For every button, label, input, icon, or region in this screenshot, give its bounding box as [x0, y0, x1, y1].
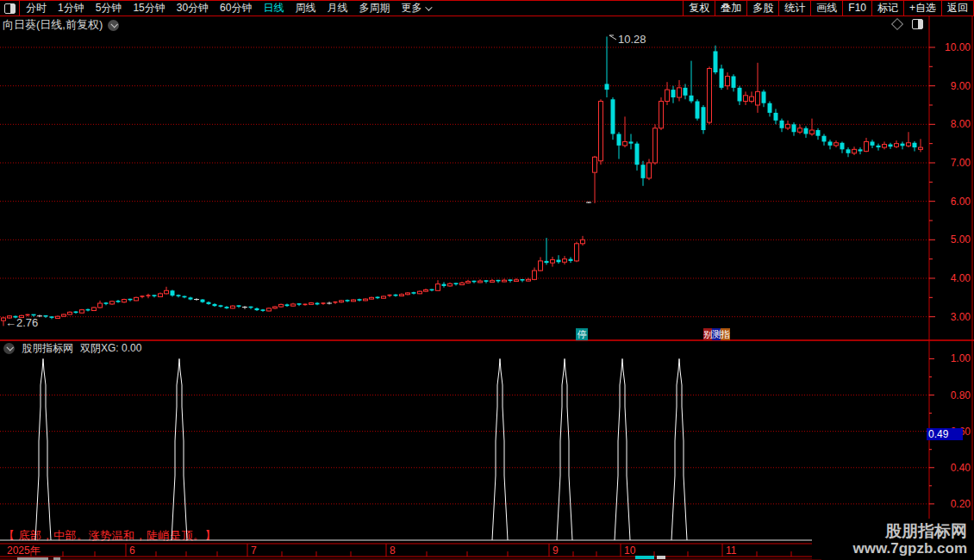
watermark-site-url: www.7gpzb.com: [815, 540, 967, 557]
price-axis-label: 9.00: [933, 79, 971, 93]
menu-item-分时[interactable]: 分时: [26, 1, 47, 16]
indicator-name-value: 双阴XG: 0.00: [80, 341, 141, 356]
top-toolbar: 分时1分钟5分钟15分钟30分钟60分钟日线周线月线多周期更多 复权叠加多股统计…: [0, 0, 974, 16]
month-label: 7: [251, 544, 257, 557]
menu-item-月线[interactable]: 月线: [327, 1, 347, 16]
menu-item-15分钟[interactable]: 15分钟: [133, 1, 165, 16]
title-dropdown-button[interactable]: [108, 20, 119, 31]
price-axis-label: 7.00: [933, 156, 971, 170]
watermark-site-name: 股朋指标网: [815, 522, 967, 540]
month-label: 11: [726, 544, 736, 557]
month-label: 6: [129, 544, 135, 557]
signal-spike: [557, 358, 572, 540]
title-bar: 向日葵(日线,前复权): [3, 18, 119, 32]
indicator-value: 0.00: [122, 342, 141, 354]
diamond-icon[interactable]: [891, 18, 903, 30]
page-title: 向日葵(日线,前复权): [3, 17, 103, 33]
indicator-axis-label: 0.40: [933, 461, 971, 475]
tools-menu: 复权叠加多股统计画线F10标记+自选返回: [683, 1, 974, 16]
chevron-down-icon: [6, 344, 13, 351]
month-label: 8: [390, 544, 396, 557]
split-square-icon: [4, 3, 16, 14]
price-axis-label: 10.00: [933, 40, 971, 54]
signal-spike: [172, 358, 187, 540]
indicator-source-label: 股朋指标网: [22, 341, 73, 356]
menu-item-日线[interactable]: 日线: [263, 1, 284, 16]
low-price-annotation: ←2.76: [5, 316, 38, 329]
menu-item-1分钟[interactable]: 1分钟: [58, 1, 84, 16]
price-axis-label: 3.00: [933, 310, 971, 324]
menu-item-周线[interactable]: 周线: [295, 1, 315, 16]
chevron-down-icon: [426, 3, 433, 10]
tool-button-统计[interactable]: 统计: [778, 1, 810, 16]
high-price-annotation: 10.28: [618, 33, 646, 46]
window-layout-button[interactable]: [0, 1, 20, 16]
overlapping-event-badges: 别 测 指: [704, 328, 730, 340]
signal-spike: [615, 358, 630, 540]
chevron-down-icon: [110, 21, 117, 28]
indicator-panel-header: 股朋指标网 双阴XG: 0.00: [3, 342, 141, 354]
watermark: 股朋指标网 www.7gpzb.com: [812, 519, 971, 559]
signal-spike: [35, 358, 51, 540]
signal-spike: [671, 358, 687, 540]
tool-button-画线[interactable]: 画线: [810, 1, 842, 16]
indicator-label: 双阴XG:: [80, 342, 119, 354]
period-menu: 分时1分钟5分钟15分钟30分钟60分钟日线周线月线多周期更多: [26, 1, 430, 16]
menu-item-更多[interactable]: 更多: [401, 1, 430, 16]
indicator-axis-label: 0.80: [933, 389, 971, 402]
event-badge: 指: [721, 328, 730, 340]
price-axis-label: 8.00: [933, 117, 971, 131]
tool-button-叠加[interactable]: 叠加: [715, 1, 746, 16]
tool-button-多股[interactable]: 多股: [746, 1, 778, 16]
menu-item-60分钟[interactable]: 60分钟: [220, 1, 252, 16]
cursor-value-marker: 0.49: [927, 428, 963, 440]
indicator-collapse-button[interactable]: [3, 343, 15, 354]
month-label: 9: [553, 544, 559, 557]
stock-chart-window: 【 底部，中部。涨势温和，陡峭是顶。】 分时1分钟5分钟15分钟30分钟60分钟…: [0, 0, 974, 560]
low-price-value: 2.76: [16, 316, 38, 329]
tool-button-F10[interactable]: F10: [842, 1, 871, 16]
indicator-axis-label: 1.00: [933, 352, 971, 365]
signal-spike: [492, 358, 508, 540]
tool-button-标记[interactable]: 标记: [871, 1, 903, 16]
price-axis-label: 6.00: [933, 195, 971, 208]
tool-button-返回[interactable]: 返回: [941, 1, 973, 16]
limit-stop-badge: 停: [576, 328, 588, 340]
price-axis-label: 4.00: [933, 271, 971, 285]
title-right-icons: [893, 19, 923, 29]
menu-item-5分钟[interactable]: 5分钟: [96, 1, 122, 16]
menu-item-多周期[interactable]: 多周期: [359, 1, 390, 16]
indicator-signal-text: 【 底部，中部。涨势温和，陡峭是顶。】: [3, 528, 216, 544]
left-arrow-icon: ←: [5, 316, 16, 329]
month-label: 10: [624, 544, 635, 557]
month-label: 2025年: [7, 544, 41, 557]
split-square-icon[interactable]: [912, 19, 923, 29]
tool-button-复权[interactable]: 复权: [683, 1, 715, 16]
indicator-axis-label: 0.20: [933, 497, 971, 511]
tool-button-+自选[interactable]: +自选: [903, 1, 941, 16]
menu-item-30分钟[interactable]: 30分钟: [177, 1, 209, 16]
candlestick-chart[interactable]: [0, 0, 974, 560]
price-axis-label: 5.00: [933, 233, 971, 246]
